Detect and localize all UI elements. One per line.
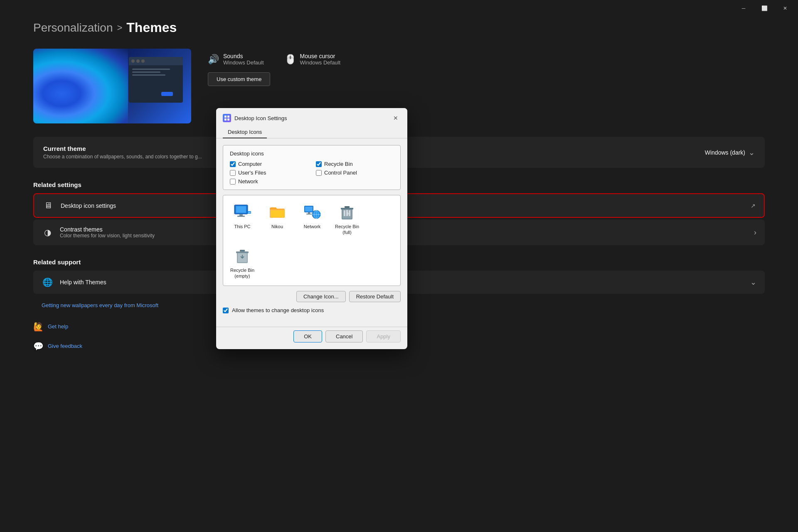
svg-rect-21 [345,206,350,208]
nikou-label: Nikou [271,224,283,229]
this-pc-icon-item[interactable]: This PC [228,200,256,237]
svg-rect-20 [341,208,353,209]
users-files-label: User's Files [238,170,266,176]
this-pc-icon [232,202,252,222]
svg-rect-28 [240,250,245,251]
checkboxes-grid: Computer Recycle Bin User's Files Contro… [230,161,394,185]
allow-themes-label: Allow themes to change desktop icons [232,307,324,313]
recycle-bin-full-item[interactable]: Recycle Bin (full) [333,200,361,237]
nikou-folder-icon [267,202,287,222]
icon-preview-grid-container: This PC Nikou [223,195,401,286]
dialog-body: Desktop icons Computer Recycle Bin User'… [216,138,407,327]
users-files-checkbox[interactable]: User's Files [230,170,308,176]
ok-button[interactable]: OK [293,330,322,342]
dialog-title-left: Desktop Icon Settings [223,114,287,122]
network-label: Network [238,178,258,185]
recycle-bin-full-icon [337,202,357,222]
svg-rect-11 [305,207,313,212]
recycle-bin-empty-item[interactable]: Recycle Bin (empty) [228,244,256,281]
svg-rect-27 [236,251,249,253]
computer-checkbox[interactable]: Computer [230,161,308,167]
desktop-icons-label: Desktop icons [230,150,394,157]
computer-checkbox-input[interactable] [230,161,236,167]
svg-rect-5 [236,206,246,213]
svg-rect-6 [239,214,243,216]
svg-rect-13 [306,214,312,214]
apply-button[interactable]: Apply [366,330,401,342]
allow-themes-row[interactable]: Allow themes to change desktop icons [223,307,401,313]
recycle-bin-empty-label: Recycle Bin (empty) [230,267,255,279]
svg-rect-2 [224,118,227,121]
recycle-bin-empty-icon [232,246,252,266]
svg-rect-12 [308,212,310,214]
control-panel-label: Control Panel [324,170,357,176]
control-panel-checkbox-input[interactable] [316,170,322,176]
network-checkbox[interactable]: Network [230,178,308,185]
this-pc-label: This PC [234,224,250,229]
svg-rect-9 [248,212,251,213]
change-icon-button[interactable]: Change Icon... [296,291,346,302]
desktop-icons-tab[interactable]: Desktop Icons [223,126,267,138]
svg-rect-1 [227,116,229,118]
dialog-tabs: Desktop Icons [216,126,407,138]
restore-default-button[interactable]: Restore Default [349,291,401,302]
computer-label: Computer [238,161,262,167]
dialog-titlebar: Desktop Icon Settings ✕ [216,108,407,126]
svg-rect-0 [224,116,227,118]
icon-preview-grid: This PC Nikou [228,200,395,281]
dialog-actions-row: Change Icon... Restore Default [223,291,401,302]
dialog-title-text: Desktop Icon Settings [234,115,287,121]
control-panel-checkbox[interactable]: Control Panel [316,170,394,176]
svg-rect-7 [237,216,245,217]
dialog-close-button[interactable]: ✕ [391,113,401,123]
users-files-checkbox-input[interactable] [230,170,236,176]
recycle-bin-checkbox-input[interactable] [316,161,322,167]
recycle-bin-checkbox[interactable]: Recycle Bin [316,161,394,167]
network-icon-item[interactable]: Network [298,200,326,237]
network-checkbox-input[interactable] [230,179,236,185]
cancel-button[interactable]: Cancel [325,330,363,342]
svg-rect-3 [227,118,229,121]
network-label: Network [304,224,320,229]
desktop-icons-group: Desktop icons Computer Recycle Bin User'… [223,145,401,190]
allow-themes-checkbox[interactable] [223,308,229,313]
nikou-folder-item[interactable]: Nikou [263,200,291,237]
dialog-footer: OK Cancel Apply [216,327,407,349]
recycle-bin-full-label: Recycle Bin (full) [335,224,360,236]
desktop-icon-settings-dialog: Desktop Icon Settings ✕ Desktop Icons De… [216,108,407,349]
svg-rect-24 [349,210,350,216]
dialog-title-icon [223,114,231,122]
network-icon [302,202,322,222]
recycle-bin-label: Recycle Bin [324,161,353,167]
svg-rect-22 [344,210,345,216]
